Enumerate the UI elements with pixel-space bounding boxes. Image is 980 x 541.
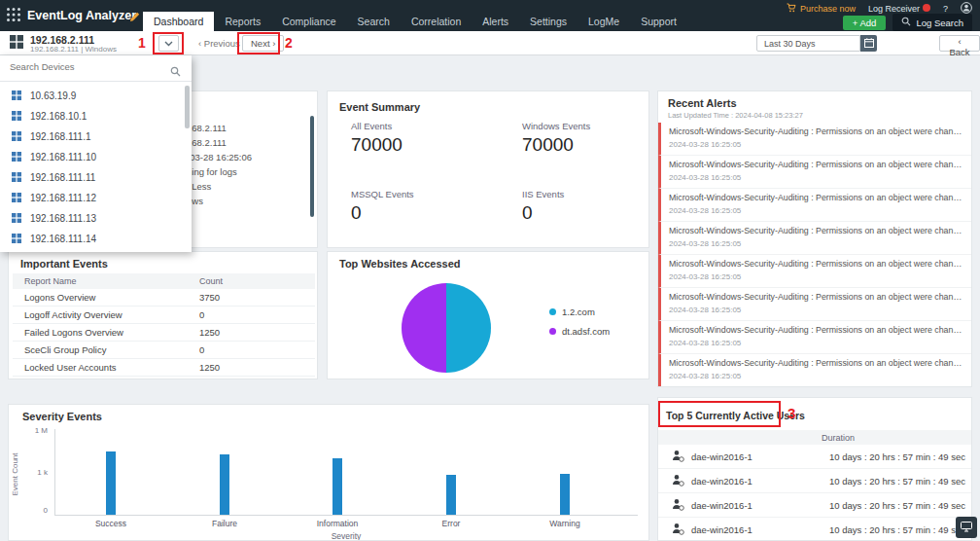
log-receiver-link[interactable]: Log Receiver [868,4,930,14]
main-nav: DashboardReportsComplianceSearchCorrelat… [143,12,687,31]
log-search-button[interactable]: Log Search [892,14,972,31]
tab-search[interactable]: Search [347,12,401,31]
category-label: Error [442,519,461,528]
calendar-icon [864,36,874,51]
active-users-card: Top 5 Currently Active Users Duration da… [657,397,972,541]
alert-item[interactable]: Microsoft-Windows-Security-Auditing : Pe… [658,321,972,354]
device-list-item[interactable]: 192.168.111.12 [0,188,192,208]
column-count: Count [199,276,223,286]
column-duration: Duration [658,433,855,443]
legend-item[interactable]: dt.adsf.com [549,326,610,337]
device-search-input[interactable] [10,61,156,72]
device-os-icon [12,213,21,225]
device-list-item[interactable]: 10.63.19.9 [0,86,192,106]
dropdown-scrollbar[interactable] [185,86,190,128]
tab-alerts[interactable]: Alerts [472,12,519,31]
windows-device-icon [10,35,23,53]
previous-button[interactable]: ‹ Previous [198,38,240,49]
x-axis-line [54,515,638,516]
annotation-number-2: 2 [285,35,293,51]
device-list-item[interactable]: 192.168.10.1 [0,106,192,126]
apps-grid-icon[interactable] [6,7,21,26]
date-range-input[interactable] [756,35,860,52]
floating-console-button[interactable] [956,517,977,538]
tab-correlation[interactable]: Correlation [401,12,472,31]
device-detail-fragment: -03-28 16:25:06 [187,152,252,162]
help-icon[interactable]: ? [943,4,948,14]
metric-windows-events: Windows Events 70000 [522,121,590,156]
tab-reports[interactable]: Reports [214,12,271,31]
report-row[interactable]: Logons Overview3750 [13,289,315,307]
bar-failure[interactable] [220,454,229,515]
active-user-row[interactable]: dae-win2016-110 days : 20 hrs : 57 min :… [658,445,972,469]
device-list-item[interactable]: 192.168.111.13 [0,208,192,229]
device-dropdown-toggle[interactable] [158,35,179,52]
category-label: Success [95,519,126,528]
tab-dashboard[interactable]: Dashboard [143,12,214,31]
metric-iis-events: IIS Events 0 [522,189,564,224]
active-user-row[interactable]: dae-win2016-110 days : 20 hrs : 57 min :… [658,469,972,493]
active-user-row[interactable]: dae-win2016-110 days : 20 hrs : 57 min :… [658,518,972,541]
alert-item[interactable]: Microsoft-Windows-Security-Auditing : Pe… [658,255,972,288]
card-scrollbar[interactable] [310,116,314,217]
recent-alerts-last-updated: Last Updated Time : 2024-04-08 15:23:27 [668,111,803,120]
device-os-icon [12,234,21,245]
device-list-item[interactable]: 192.168.111.1 [0,126,192,147]
alert-item[interactable]: Microsoft-Windows-Security-Auditing : Pe… [658,156,972,189]
device-detail-fragment: 168.2.111 [187,137,227,148]
calendar-button[interactable] [860,35,877,52]
active-users-title: Top 5 Currently Active Users [666,410,805,421]
monitor-icon [961,519,972,536]
search-icon[interactable] [170,63,181,81]
tab-compliance[interactable]: Compliance [271,12,346,31]
device-list-item[interactable]: 192.168.111.11 [0,167,192,188]
alert-item[interactable]: Microsoft-Windows-Security-Auditing : Pe… [658,288,972,321]
severity-bars [9,424,649,515]
device-os-icon [12,90,21,102]
user-info-icon [672,523,684,537]
tab-logme[interactable]: LogMe [578,12,630,31]
user-info-icon [672,450,684,464]
add-button[interactable]: + Add [843,16,887,30]
top-websites-card: Top Websites Accessed 1.2.comdt.adsf.com [327,251,649,379]
report-row[interactable]: SceCli Group Policy0 [13,342,315,359]
important-events-rows: Logons Overview3750Logoff Activity Overv… [13,289,315,377]
bar-warning[interactable] [560,474,570,515]
eventlog-analyzer-app: EventLog Analyzer DashboardReportsCompli… [0,0,980,541]
alert-item[interactable]: Microsoft-Windows-Security-Auditing : Pe… [658,189,972,222]
bar-information[interactable] [332,458,342,515]
category-label: Failure [212,519,237,528]
device-os-icon [12,172,21,184]
event-summary-title: Event Summary [339,101,420,113]
alert-item[interactable]: Microsoft-Windows-Security-Auditing : Pe… [658,123,972,156]
chevron-down-icon [164,38,173,49]
edit-pencil-icon[interactable] [129,9,140,26]
back-button[interactable]: ‹ Back [939,35,980,52]
tab-settings[interactable]: Settings [519,12,578,31]
user-info-icon [672,474,684,488]
next-button[interactable]: Next › [242,35,284,52]
important-events-header: Report Name Count [13,273,315,289]
alert-item[interactable]: Microsoft-Windows-Security-Auditing : Pe… [658,354,972,387]
report-row[interactable]: Locked User Accounts1250 [13,359,315,377]
tab-support[interactable]: Support [630,12,687,31]
topbar: EventLog Analyzer DashboardReportsCompli… [0,0,980,31]
active-users-header: Duration [658,430,972,445]
device-list-item[interactable]: 192.168.111.14 [0,229,192,249]
device-detail-fragment: ning for logs [187,166,237,177]
bar-success[interactable] [106,451,116,515]
bar-error[interactable] [446,475,456,515]
notification-badge [923,4,930,12]
top-websites-pie[interactable] [402,283,491,373]
event-summary-card: Event Summary All Events 70000 Windows E… [327,90,649,248]
alert-item[interactable]: Microsoft-Windows-Security-Auditing : Pe… [658,222,972,255]
device-list-item[interactable]: 192.168.111.10 [0,147,192,167]
report-row[interactable]: Failed Logons Overview1250 [13,324,315,342]
severity-categories: SuccessFailureInformationErrorWarning [9,519,649,530]
legend-item[interactable]: 1.2.com [549,307,610,317]
report-row[interactable]: Logoff Activity Overview0 [13,307,315,324]
user-info-icon [672,498,684,513]
annotation-number-3: 3 [788,405,795,421]
top-websites-title: Top Websites Accessed [339,258,461,270]
active-user-row[interactable]: dae-win2016-110 days : 20 hrs : 57 min :… [658,493,972,518]
